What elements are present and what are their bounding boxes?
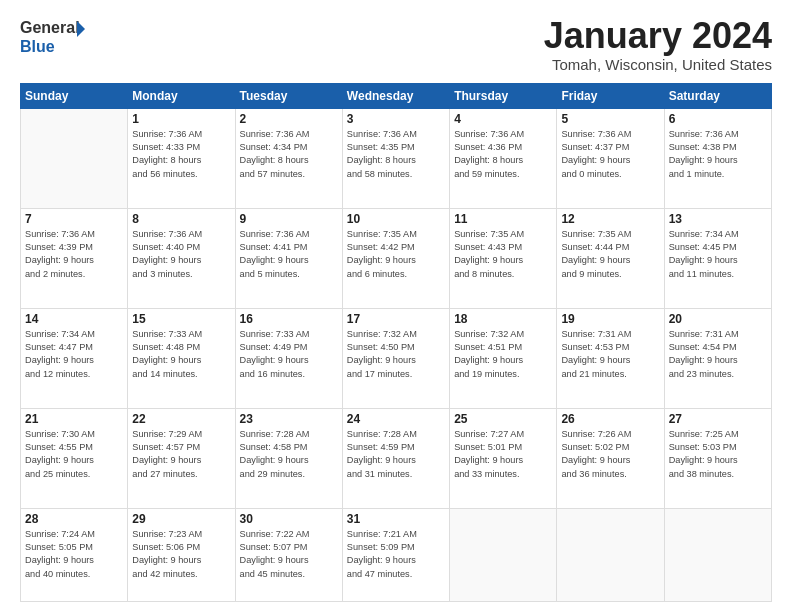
day-info: Sunrise: 7:36 AMSunset: 4:39 PMDaylight:… bbox=[25, 228, 123, 281]
day-number: 12 bbox=[561, 212, 659, 226]
table-row bbox=[21, 108, 128, 208]
day-number: 17 bbox=[347, 312, 445, 326]
col-saturday: Saturday bbox=[664, 83, 771, 108]
table-row: 28Sunrise: 7:24 AMSunset: 5:05 PMDayligh… bbox=[21, 508, 128, 601]
col-wednesday: Wednesday bbox=[342, 83, 449, 108]
col-monday: Monday bbox=[128, 83, 235, 108]
day-number: 26 bbox=[561, 412, 659, 426]
table-row: 10Sunrise: 7:35 AMSunset: 4:42 PMDayligh… bbox=[342, 208, 449, 308]
table-row: 30Sunrise: 7:22 AMSunset: 5:07 PMDayligh… bbox=[235, 508, 342, 601]
day-number: 1 bbox=[132, 112, 230, 126]
table-row bbox=[557, 508, 664, 601]
logo-svg: GeneralBlue bbox=[20, 16, 90, 56]
table-row: 11Sunrise: 7:35 AMSunset: 4:43 PMDayligh… bbox=[450, 208, 557, 308]
col-thursday: Thursday bbox=[450, 83, 557, 108]
svg-marker-1 bbox=[77, 21, 85, 37]
calendar-week-row: 14Sunrise: 7:34 AMSunset: 4:47 PMDayligh… bbox=[21, 308, 772, 408]
table-row: 2Sunrise: 7:36 AMSunset: 4:34 PMDaylight… bbox=[235, 108, 342, 208]
calendar-week-row: 21Sunrise: 7:30 AMSunset: 4:55 PMDayligh… bbox=[21, 408, 772, 508]
day-info: Sunrise: 7:36 AMSunset: 4:40 PMDaylight:… bbox=[132, 228, 230, 281]
table-row: 15Sunrise: 7:33 AMSunset: 4:48 PMDayligh… bbox=[128, 308, 235, 408]
table-row: 27Sunrise: 7:25 AMSunset: 5:03 PMDayligh… bbox=[664, 408, 771, 508]
day-info: Sunrise: 7:22 AMSunset: 5:07 PMDaylight:… bbox=[240, 528, 338, 581]
table-row: 29Sunrise: 7:23 AMSunset: 5:06 PMDayligh… bbox=[128, 508, 235, 601]
day-number: 18 bbox=[454, 312, 552, 326]
table-row: 18Sunrise: 7:32 AMSunset: 4:51 PMDayligh… bbox=[450, 308, 557, 408]
table-row: 8Sunrise: 7:36 AMSunset: 4:40 PMDaylight… bbox=[128, 208, 235, 308]
table-row: 19Sunrise: 7:31 AMSunset: 4:53 PMDayligh… bbox=[557, 308, 664, 408]
day-number: 13 bbox=[669, 212, 767, 226]
table-row: 17Sunrise: 7:32 AMSunset: 4:50 PMDayligh… bbox=[342, 308, 449, 408]
table-row: 4Sunrise: 7:36 AMSunset: 4:36 PMDaylight… bbox=[450, 108, 557, 208]
day-number: 31 bbox=[347, 512, 445, 526]
day-info: Sunrise: 7:36 AMSunset: 4:36 PMDaylight:… bbox=[454, 128, 552, 181]
calendar-week-row: 7Sunrise: 7:36 AMSunset: 4:39 PMDaylight… bbox=[21, 208, 772, 308]
table-row: 14Sunrise: 7:34 AMSunset: 4:47 PMDayligh… bbox=[21, 308, 128, 408]
day-number: 28 bbox=[25, 512, 123, 526]
day-info: Sunrise: 7:28 AMSunset: 4:59 PMDaylight:… bbox=[347, 428, 445, 481]
table-row bbox=[450, 508, 557, 601]
table-row: 25Sunrise: 7:27 AMSunset: 5:01 PMDayligh… bbox=[450, 408, 557, 508]
table-row: 20Sunrise: 7:31 AMSunset: 4:54 PMDayligh… bbox=[664, 308, 771, 408]
day-info: Sunrise: 7:35 AMSunset: 4:42 PMDaylight:… bbox=[347, 228, 445, 281]
calendar-header-row: Sunday Monday Tuesday Wednesday Thursday… bbox=[21, 83, 772, 108]
table-row bbox=[664, 508, 771, 601]
svg-text:General: General bbox=[20, 19, 80, 36]
day-info: Sunrise: 7:36 AMSunset: 4:38 PMDaylight:… bbox=[669, 128, 767, 181]
calendar-table: Sunday Monday Tuesday Wednesday Thursday… bbox=[20, 83, 772, 602]
calendar-week-row: 28Sunrise: 7:24 AMSunset: 5:05 PMDayligh… bbox=[21, 508, 772, 601]
day-info: Sunrise: 7:36 AMSunset: 4:37 PMDaylight:… bbox=[561, 128, 659, 181]
day-info: Sunrise: 7:34 AMSunset: 4:47 PMDaylight:… bbox=[25, 328, 123, 381]
table-row: 7Sunrise: 7:36 AMSunset: 4:39 PMDaylight… bbox=[21, 208, 128, 308]
col-tuesday: Tuesday bbox=[235, 83, 342, 108]
day-info: Sunrise: 7:33 AMSunset: 4:48 PMDaylight:… bbox=[132, 328, 230, 381]
day-number: 7 bbox=[25, 212, 123, 226]
day-number: 15 bbox=[132, 312, 230, 326]
table-row: 12Sunrise: 7:35 AMSunset: 4:44 PMDayligh… bbox=[557, 208, 664, 308]
day-number: 9 bbox=[240, 212, 338, 226]
page: GeneralBlue January 2024 Tomah, Wisconsi… bbox=[0, 0, 792, 612]
day-number: 6 bbox=[669, 112, 767, 126]
day-info: Sunrise: 7:23 AMSunset: 5:06 PMDaylight:… bbox=[132, 528, 230, 581]
day-number: 20 bbox=[669, 312, 767, 326]
col-sunday: Sunday bbox=[21, 83, 128, 108]
day-info: Sunrise: 7:30 AMSunset: 4:55 PMDaylight:… bbox=[25, 428, 123, 481]
table-row: 5Sunrise: 7:36 AMSunset: 4:37 PMDaylight… bbox=[557, 108, 664, 208]
day-info: Sunrise: 7:24 AMSunset: 5:05 PMDaylight:… bbox=[25, 528, 123, 581]
day-info: Sunrise: 7:34 AMSunset: 4:45 PMDaylight:… bbox=[669, 228, 767, 281]
day-number: 5 bbox=[561, 112, 659, 126]
day-info: Sunrise: 7:35 AMSunset: 4:44 PMDaylight:… bbox=[561, 228, 659, 281]
table-row: 22Sunrise: 7:29 AMSunset: 4:57 PMDayligh… bbox=[128, 408, 235, 508]
day-number: 29 bbox=[132, 512, 230, 526]
calendar-week-row: 1Sunrise: 7:36 AMSunset: 4:33 PMDaylight… bbox=[21, 108, 772, 208]
day-info: Sunrise: 7:25 AMSunset: 5:03 PMDaylight:… bbox=[669, 428, 767, 481]
day-info: Sunrise: 7:36 AMSunset: 4:34 PMDaylight:… bbox=[240, 128, 338, 181]
day-number: 23 bbox=[240, 412, 338, 426]
table-row: 23Sunrise: 7:28 AMSunset: 4:58 PMDayligh… bbox=[235, 408, 342, 508]
day-number: 4 bbox=[454, 112, 552, 126]
day-info: Sunrise: 7:27 AMSunset: 5:01 PMDaylight:… bbox=[454, 428, 552, 481]
day-number: 16 bbox=[240, 312, 338, 326]
day-number: 19 bbox=[561, 312, 659, 326]
month-title: January 2024 bbox=[544, 16, 772, 56]
day-number: 25 bbox=[454, 412, 552, 426]
day-info: Sunrise: 7:29 AMSunset: 4:57 PMDaylight:… bbox=[132, 428, 230, 481]
header: GeneralBlue January 2024 Tomah, Wisconsi… bbox=[20, 16, 772, 73]
day-info: Sunrise: 7:36 AMSunset: 4:41 PMDaylight:… bbox=[240, 228, 338, 281]
day-info: Sunrise: 7:26 AMSunset: 5:02 PMDaylight:… bbox=[561, 428, 659, 481]
day-number: 27 bbox=[669, 412, 767, 426]
location-title: Tomah, Wisconsin, United States bbox=[544, 56, 772, 73]
col-friday: Friday bbox=[557, 83, 664, 108]
day-info: Sunrise: 7:36 AMSunset: 4:35 PMDaylight:… bbox=[347, 128, 445, 181]
day-number: 11 bbox=[454, 212, 552, 226]
table-row: 13Sunrise: 7:34 AMSunset: 4:45 PMDayligh… bbox=[664, 208, 771, 308]
day-number: 2 bbox=[240, 112, 338, 126]
table-row: 1Sunrise: 7:36 AMSunset: 4:33 PMDaylight… bbox=[128, 108, 235, 208]
table-row: 26Sunrise: 7:26 AMSunset: 5:02 PMDayligh… bbox=[557, 408, 664, 508]
day-number: 14 bbox=[25, 312, 123, 326]
day-info: Sunrise: 7:35 AMSunset: 4:43 PMDaylight:… bbox=[454, 228, 552, 281]
day-info: Sunrise: 7:32 AMSunset: 4:51 PMDaylight:… bbox=[454, 328, 552, 381]
day-number: 30 bbox=[240, 512, 338, 526]
table-row: 21Sunrise: 7:30 AMSunset: 4:55 PMDayligh… bbox=[21, 408, 128, 508]
day-info: Sunrise: 7:33 AMSunset: 4:49 PMDaylight:… bbox=[240, 328, 338, 381]
